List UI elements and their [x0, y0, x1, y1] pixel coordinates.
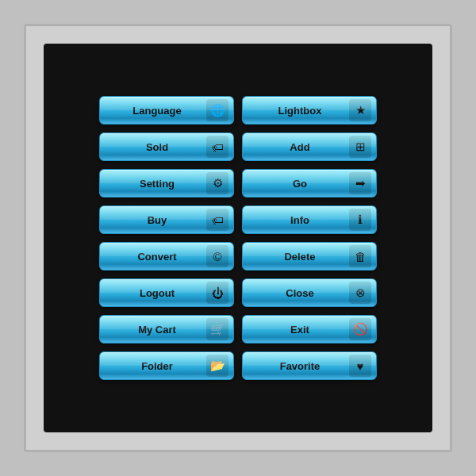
logout-button[interactable]: Logout⏻	[99, 278, 234, 307]
info-button[interactable]: Infoℹ	[242, 205, 377, 234]
mycart-button[interactable]: My Cart🛒	[99, 315, 234, 344]
sold-button-icon: 🏷	[206, 136, 228, 158]
logout-button-label: Logout	[108, 287, 206, 299]
language-button-label: Language	[108, 105, 206, 117]
buy-button[interactable]: Buy🏷	[99, 205, 234, 234]
language-button-icon: 🌐	[206, 99, 228, 121]
add-button[interactable]: Add⊞	[242, 132, 377, 161]
add-button-label: Add	[251, 141, 349, 153]
close-button-icon: ⊗	[349, 282, 371, 304]
setting-button-icon: ⚙	[206, 172, 228, 194]
exit-button-icon: 🚫	[349, 318, 371, 340]
convert-button-label: Convert	[108, 251, 206, 263]
go-button-label: Go	[251, 178, 349, 190]
setting-button-label: Setting	[108, 178, 206, 190]
info-button-icon: ℹ	[349, 209, 371, 231]
close-button-label: Close	[251, 287, 349, 299]
outer-frame: Language🌐Lightbox★Sold🏷Add⊞Setting⚙Go➡Bu…	[24, 24, 452, 452]
lightbox-button-label: Lightbox	[251, 105, 349, 117]
exit-button[interactable]: Exit🚫	[242, 315, 377, 344]
lightbox-button[interactable]: Lightbox★	[242, 96, 377, 125]
sold-button[interactable]: Sold🏷	[99, 132, 234, 161]
inner-panel: Language🌐Lightbox★Sold🏷Add⊞Setting⚙Go➡Bu…	[44, 44, 432, 432]
buy-button-label: Buy	[108, 214, 206, 226]
convert-button-icon: ©	[206, 245, 228, 267]
setting-button[interactable]: Setting⚙	[99, 169, 234, 198]
delete-button-label: Delete	[251, 251, 349, 263]
favorite-button-icon: ♥	[349, 355, 371, 377]
exit-button-label: Exit	[251, 324, 349, 336]
logout-button-icon: ⏻	[206, 282, 228, 304]
button-grid: Language🌐Lightbox★Sold🏷Add⊞Setting⚙Go➡Bu…	[83, 80, 393, 396]
favorite-button-label: Favorite	[251, 360, 349, 372]
convert-button[interactable]: Convert©	[99, 242, 234, 271]
buy-button-icon: 🏷	[206, 209, 228, 231]
close-button[interactable]: Close⊗	[242, 278, 377, 307]
go-button-icon: ➡	[349, 172, 371, 194]
sold-button-label: Sold	[108, 141, 206, 153]
go-button[interactable]: Go➡	[242, 169, 377, 198]
favorite-button[interactable]: Favorite♥	[242, 351, 377, 380]
add-button-icon: ⊞	[349, 136, 371, 158]
info-button-label: Info	[251, 214, 349, 226]
delete-button[interactable]: Delete🗑	[242, 242, 377, 271]
lightbox-button-icon: ★	[349, 99, 371, 121]
folder-button-label: Folder	[108, 360, 206, 372]
folder-button-icon: 📂	[206, 355, 228, 377]
delete-button-icon: 🗑	[349, 245, 371, 267]
folder-button[interactable]: Folder📂	[99, 351, 234, 380]
mycart-button-label: My Cart	[108, 324, 206, 336]
mycart-button-icon: 🛒	[206, 318, 228, 340]
language-button[interactable]: Language🌐	[99, 96, 234, 125]
